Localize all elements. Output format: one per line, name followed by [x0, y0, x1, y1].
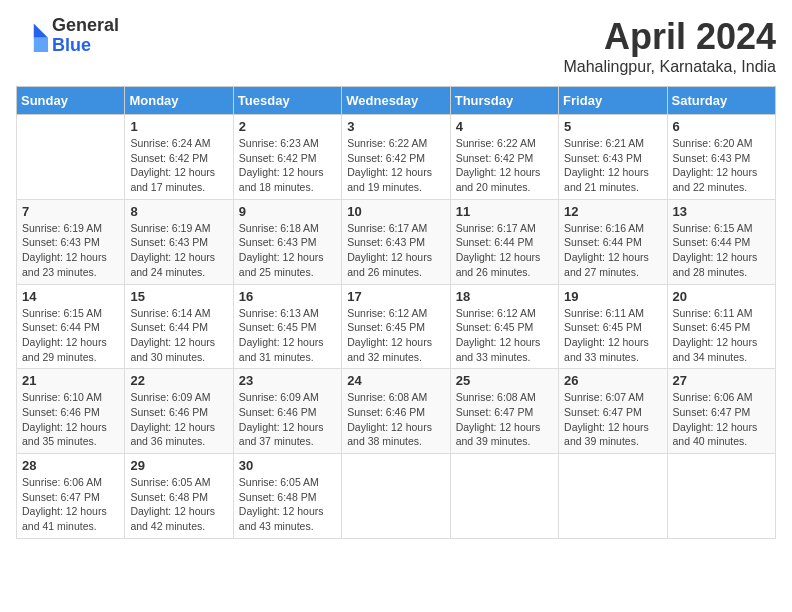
logo-text: General Blue	[52, 16, 119, 56]
day-info: Sunrise: 6:11 AM Sunset: 6:45 PM Dayligh…	[673, 306, 770, 365]
day-info: Sunrise: 6:09 AM Sunset: 6:46 PM Dayligh…	[239, 390, 336, 449]
calendar-week-row: 14Sunrise: 6:15 AM Sunset: 6:44 PM Dayli…	[17, 284, 776, 369]
day-info: Sunrise: 6:15 AM Sunset: 6:44 PM Dayligh…	[673, 221, 770, 280]
calendar-cell	[667, 454, 775, 539]
day-number: 30	[239, 458, 336, 473]
weekday-header: Tuesday	[233, 87, 341, 115]
calendar-cell: 17Sunrise: 6:12 AM Sunset: 6:45 PM Dayli…	[342, 284, 450, 369]
day-info: Sunrise: 6:20 AM Sunset: 6:43 PM Dayligh…	[673, 136, 770, 195]
day-info: Sunrise: 6:07 AM Sunset: 6:47 PM Dayligh…	[564, 390, 661, 449]
day-info: Sunrise: 6:09 AM Sunset: 6:46 PM Dayligh…	[130, 390, 227, 449]
calendar-cell: 19Sunrise: 6:11 AM Sunset: 6:45 PM Dayli…	[559, 284, 667, 369]
calendar-cell: 4Sunrise: 6:22 AM Sunset: 6:42 PM Daylig…	[450, 115, 558, 200]
calendar-cell: 25Sunrise: 6:08 AM Sunset: 6:47 PM Dayli…	[450, 369, 558, 454]
logo-blue: Blue	[52, 36, 119, 56]
day-info: Sunrise: 6:13 AM Sunset: 6:45 PM Dayligh…	[239, 306, 336, 365]
calendar-cell: 9Sunrise: 6:18 AM Sunset: 6:43 PM Daylig…	[233, 199, 341, 284]
calendar-cell: 18Sunrise: 6:12 AM Sunset: 6:45 PM Dayli…	[450, 284, 558, 369]
day-info: Sunrise: 6:17 AM Sunset: 6:43 PM Dayligh…	[347, 221, 444, 280]
weekday-header: Saturday	[667, 87, 775, 115]
day-number: 23	[239, 373, 336, 388]
logo-icon	[16, 20, 48, 52]
day-number: 14	[22, 289, 119, 304]
logo-general: General	[52, 16, 119, 36]
calendar-cell: 27Sunrise: 6:06 AM Sunset: 6:47 PM Dayli…	[667, 369, 775, 454]
svg-marker-1	[34, 38, 48, 52]
calendar-cell: 21Sunrise: 6:10 AM Sunset: 6:46 PM Dayli…	[17, 369, 125, 454]
calendar-week-row: 1Sunrise: 6:24 AM Sunset: 6:42 PM Daylig…	[17, 115, 776, 200]
calendar-cell: 14Sunrise: 6:15 AM Sunset: 6:44 PM Dayli…	[17, 284, 125, 369]
day-number: 10	[347, 204, 444, 219]
day-info: Sunrise: 6:08 AM Sunset: 6:46 PM Dayligh…	[347, 390, 444, 449]
calendar-cell: 7Sunrise: 6:19 AM Sunset: 6:43 PM Daylig…	[17, 199, 125, 284]
calendar-cell: 26Sunrise: 6:07 AM Sunset: 6:47 PM Dayli…	[559, 369, 667, 454]
day-info: Sunrise: 6:06 AM Sunset: 6:47 PM Dayligh…	[22, 475, 119, 534]
calendar-subtitle: Mahalingpur, Karnataka, India	[563, 58, 776, 76]
calendar-cell: 20Sunrise: 6:11 AM Sunset: 6:45 PM Dayli…	[667, 284, 775, 369]
weekday-header: Sunday	[17, 87, 125, 115]
day-number: 28	[22, 458, 119, 473]
calendar-cell: 12Sunrise: 6:16 AM Sunset: 6:44 PM Dayli…	[559, 199, 667, 284]
calendar-cell: 22Sunrise: 6:09 AM Sunset: 6:46 PM Dayli…	[125, 369, 233, 454]
day-number: 24	[347, 373, 444, 388]
calendar-week-row: 21Sunrise: 6:10 AM Sunset: 6:46 PM Dayli…	[17, 369, 776, 454]
weekday-header: Wednesday	[342, 87, 450, 115]
day-number: 25	[456, 373, 553, 388]
calendar-table: SundayMondayTuesdayWednesdayThursdayFrid…	[16, 86, 776, 539]
weekday-header-row: SundayMondayTuesdayWednesdayThursdayFrid…	[17, 87, 776, 115]
day-info: Sunrise: 6:21 AM Sunset: 6:43 PM Dayligh…	[564, 136, 661, 195]
day-number: 16	[239, 289, 336, 304]
day-number: 26	[564, 373, 661, 388]
day-info: Sunrise: 6:22 AM Sunset: 6:42 PM Dayligh…	[347, 136, 444, 195]
calendar-cell: 16Sunrise: 6:13 AM Sunset: 6:45 PM Dayli…	[233, 284, 341, 369]
day-info: Sunrise: 6:18 AM Sunset: 6:43 PM Dayligh…	[239, 221, 336, 280]
day-info: Sunrise: 6:08 AM Sunset: 6:47 PM Dayligh…	[456, 390, 553, 449]
day-number: 1	[130, 119, 227, 134]
day-number: 7	[22, 204, 119, 219]
header: General Blue April 2024 Mahalingpur, Kar…	[16, 16, 776, 76]
day-number: 27	[673, 373, 770, 388]
day-info: Sunrise: 6:23 AM Sunset: 6:42 PM Dayligh…	[239, 136, 336, 195]
day-number: 8	[130, 204, 227, 219]
calendar-cell	[17, 115, 125, 200]
day-info: Sunrise: 6:05 AM Sunset: 6:48 PM Dayligh…	[130, 475, 227, 534]
day-number: 20	[673, 289, 770, 304]
calendar-cell: 10Sunrise: 6:17 AM Sunset: 6:43 PM Dayli…	[342, 199, 450, 284]
day-info: Sunrise: 6:19 AM Sunset: 6:43 PM Dayligh…	[22, 221, 119, 280]
day-number: 21	[22, 373, 119, 388]
day-number: 13	[673, 204, 770, 219]
title-block: April 2024 Mahalingpur, Karnataka, India	[563, 16, 776, 76]
calendar-cell: 11Sunrise: 6:17 AM Sunset: 6:44 PM Dayli…	[450, 199, 558, 284]
weekday-header: Thursday	[450, 87, 558, 115]
calendar-cell: 8Sunrise: 6:19 AM Sunset: 6:43 PM Daylig…	[125, 199, 233, 284]
calendar-cell: 28Sunrise: 6:06 AM Sunset: 6:47 PM Dayli…	[17, 454, 125, 539]
day-number: 9	[239, 204, 336, 219]
calendar-cell: 6Sunrise: 6:20 AM Sunset: 6:43 PM Daylig…	[667, 115, 775, 200]
day-number: 17	[347, 289, 444, 304]
calendar-cell: 2Sunrise: 6:23 AM Sunset: 6:42 PM Daylig…	[233, 115, 341, 200]
calendar-cell: 5Sunrise: 6:21 AM Sunset: 6:43 PM Daylig…	[559, 115, 667, 200]
calendar-week-row: 28Sunrise: 6:06 AM Sunset: 6:47 PM Dayli…	[17, 454, 776, 539]
day-info: Sunrise: 6:16 AM Sunset: 6:44 PM Dayligh…	[564, 221, 661, 280]
day-info: Sunrise: 6:12 AM Sunset: 6:45 PM Dayligh…	[456, 306, 553, 365]
svg-marker-0	[34, 23, 48, 37]
day-info: Sunrise: 6:15 AM Sunset: 6:44 PM Dayligh…	[22, 306, 119, 365]
calendar-cell: 24Sunrise: 6:08 AM Sunset: 6:46 PM Dayli…	[342, 369, 450, 454]
day-info: Sunrise: 6:22 AM Sunset: 6:42 PM Dayligh…	[456, 136, 553, 195]
logo: General Blue	[16, 16, 119, 56]
day-info: Sunrise: 6:14 AM Sunset: 6:44 PM Dayligh…	[130, 306, 227, 365]
calendar-cell	[450, 454, 558, 539]
calendar-cell: 3Sunrise: 6:22 AM Sunset: 6:42 PM Daylig…	[342, 115, 450, 200]
day-number: 11	[456, 204, 553, 219]
calendar-cell: 30Sunrise: 6:05 AM Sunset: 6:48 PM Dayli…	[233, 454, 341, 539]
day-number: 12	[564, 204, 661, 219]
day-number: 29	[130, 458, 227, 473]
weekday-header: Monday	[125, 87, 233, 115]
day-info: Sunrise: 6:06 AM Sunset: 6:47 PM Dayligh…	[673, 390, 770, 449]
day-info: Sunrise: 6:05 AM Sunset: 6:48 PM Dayligh…	[239, 475, 336, 534]
day-number: 19	[564, 289, 661, 304]
day-number: 3	[347, 119, 444, 134]
calendar-cell: 29Sunrise: 6:05 AM Sunset: 6:48 PM Dayli…	[125, 454, 233, 539]
calendar-week-row: 7Sunrise: 6:19 AM Sunset: 6:43 PM Daylig…	[17, 199, 776, 284]
day-info: Sunrise: 6:10 AM Sunset: 6:46 PM Dayligh…	[22, 390, 119, 449]
